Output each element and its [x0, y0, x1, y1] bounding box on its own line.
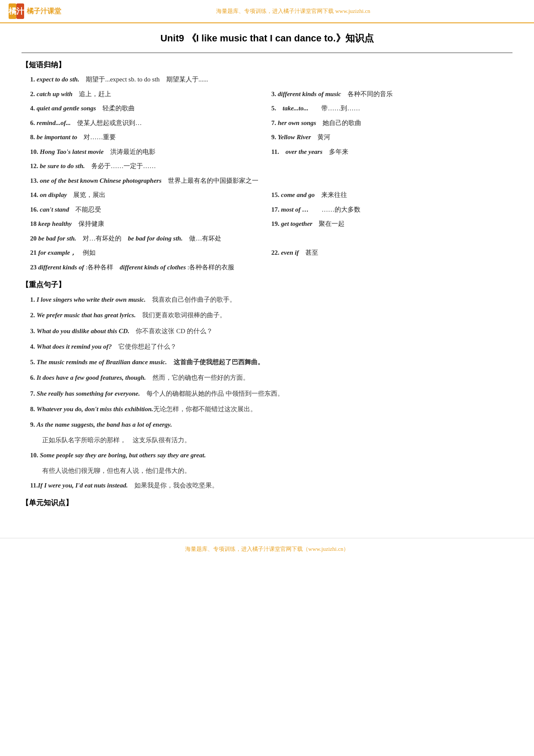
svg-text:橘: 橘	[9, 7, 16, 16]
phrase-10: 10. Hong Tao's latest movie 洪涛最近的电影	[30, 147, 271, 158]
phrase-11: 11. over the years 多年来	[271, 147, 512, 158]
phrase-1: 1. expect to do sth. 期望于...expect sb. to…	[30, 74, 512, 85]
sentence-item-8: 8. Whatever you do, don't miss this exhi…	[30, 403, 512, 415]
phrase-21: 21 for example， 例如	[30, 247, 271, 259]
phrase-row-10: 16. can't stand 不能忍受 17. most of … ……的大多…	[30, 204, 512, 216]
phrase-row-13: 21 for example， 例如 22. even if 甚至	[30, 247, 512, 259]
phrase-row-1: 1. expect to do sth. 期望于...expect sb. to…	[30, 74, 512, 85]
page-header: 橘 汁 橘子汁课堂 海量题库、专项训练，进入橘子汁课堂官网下载 www.juzi…	[0, 0, 534, 23]
phrase-row-7: 12. be sure to do sth. 务必于……一定于……	[30, 161, 512, 172]
phrase-row-5: 8. be important to 对……重要 9. Yellow River…	[30, 132, 512, 143]
phrase-row-9: 14. on display 展览，展出 15. come and go 来来往…	[30, 190, 512, 201]
header-tagline: 海量题库、专项训练，进入橘子汁课堂官网下载 www.juzizhi.cn	[61, 7, 525, 15]
phrase-19: 19. get together 聚在一起	[271, 219, 512, 230]
phrase-row-6: 10. Hong Tao's latest movie 洪涛最近的电影 11. …	[30, 147, 512, 158]
phrase-14: 14. on display 展览，展出	[30, 190, 271, 201]
page-footer: 海量题库、专项训练，进入橘子汁课堂官网下载（www.juzizhi.cn）	[0, 538, 534, 560]
unit-knowledge-heading: 【单元知识点】	[22, 498, 512, 508]
sentence-item-3: 3. What do you dislike about this CD. 你不…	[30, 325, 512, 337]
page-title: Unit9 《I like music that I can dance to.…	[22, 32, 512, 45]
sentence-item-6: 6. It does have a few good features, tho…	[30, 372, 512, 383]
phrase-row-2: 2. catch up with 追上，赶上 3. different kind…	[30, 89, 512, 100]
phrase-9: 9. Yellow River 黄河	[271, 132, 512, 143]
phrase-5: 5. take...to... 带……到……	[271, 103, 512, 114]
phrase-3: 3. different kinds of music 各种不同的音乐	[271, 89, 512, 100]
sentence-9-sub: 正如乐队名字所暗示的那样， 这支乐队很有活力。	[30, 434, 512, 446]
sentence-item-2: 2. We prefer music that has great lyrics…	[30, 309, 512, 321]
phrase-23: 23 different kinds of :各种各样 different ki…	[30, 262, 512, 273]
sentence-item-1: 1. I love singers who write their own mu…	[30, 294, 512, 305]
phrase-row-4: 6. remind...of... 使某人想起或意识到… 7. her own …	[30, 118, 512, 129]
sentence-10-sub: 有些人说他们很无聊，但也有人说，他们是伟大的。	[30, 465, 512, 476]
sentence-item-11: 11.If I were you, I'd eat nuts instead. …	[30, 480, 512, 491]
sentence-item-10: 10. Some people say they are boring, but…	[30, 450, 512, 461]
title-divider	[22, 53, 512, 53]
phrase-6: 6. remind...of... 使某人想起或意识到…	[30, 118, 271, 129]
phrase-row-3: 4. quiet and gentle songs 轻柔的歌曲 5. take.…	[30, 103, 512, 114]
phrase-grid: 1. expect to do sth. 期望于...expect sb. to…	[22, 74, 512, 273]
phrase-row-12: 20 be bad for sth. 对…有坏处的 be bad for doi…	[30, 233, 512, 244]
phrase-20: 20 be bad for sth. 对…有坏处的 be bad for doi…	[30, 233, 512, 244]
phrase-8: 8. be important to 对……重要	[30, 132, 271, 143]
phrase-row-11: 18 keep healthy 保持健康 19. get together 聚在…	[30, 219, 512, 230]
phrase-row-14: 23 different kinds of :各种各样 different ki…	[30, 262, 512, 273]
sentences-heading: 【重点句子】	[22, 280, 512, 290]
phrase-4: 4. quiet and gentle songs 轻柔的歌曲	[30, 103, 271, 114]
footer-text: 海量题库、专项训练，进入橘子汁课堂官网下载（www.juzizhi.cn）	[185, 546, 349, 552]
phrase-row-8: 13. one of the best known Chinese photog…	[30, 175, 512, 187]
phrase-17: 17. most of … ……的大多数	[271, 204, 512, 216]
sentence-item-7: 7. She really has something for everyone…	[30, 388, 512, 399]
phrase-22: 22. even if 甚至	[271, 247, 512, 259]
phrase-12: 12. be sure to do sth. 务必于……一定于……	[30, 161, 512, 172]
sentence-item-5: 5. The music reminds me of Brazilian dan…	[30, 356, 512, 368]
logo-icon: 橘 汁	[9, 3, 24, 19]
logo-text: 橘子汁课堂	[27, 7, 61, 16]
phrase-7: 7. her own songs 她自己的歌曲	[271, 118, 512, 129]
sentence-item-9: 9. As the name suggests, the band has a …	[30, 419, 512, 430]
phrase-18: 18 keep healthy 保持健康	[30, 219, 271, 230]
main-content: Unit9 《I like music that I can dance to.…	[0, 23, 534, 525]
logo-area: 橘 汁 橘子汁课堂	[9, 3, 61, 19]
sentence-list: 1. I love singers who write their own mu…	[22, 294, 512, 491]
phrase-13: 13. one of the best known Chinese photog…	[30, 175, 512, 187]
phrase-2: 2. catch up with 追上，赶上	[30, 89, 271, 100]
svg-text:汁: 汁	[16, 7, 24, 16]
phrase-15: 15. come and go 来来往往	[271, 190, 512, 201]
phrases-heading: 【短语归纳】	[22, 60, 512, 70]
sentence-item-4: 4. What does it remind you of? 它使你想起了什么？	[30, 341, 512, 352]
phrase-16: 16. can't stand 不能忍受	[30, 204, 271, 216]
